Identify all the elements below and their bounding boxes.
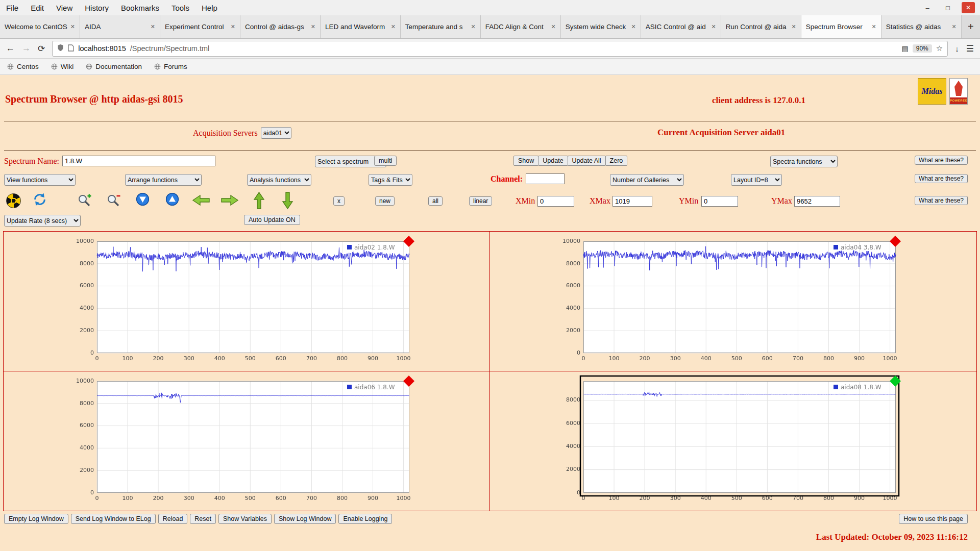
- menu-file[interactable]: File: [6, 4, 18, 12]
- spectrum-chart-aida02[interactable]: [57, 233, 414, 368]
- spectra-functions-dropdown[interactable]: Spectra functions: [770, 156, 838, 167]
- update-all-button[interactable]: Update All: [568, 156, 606, 166]
- linear-button[interactable]: linear: [469, 196, 492, 206]
- tab-close-icon[interactable]: ✕: [551, 23, 556, 30]
- menu-edit[interactable]: Edit: [31, 4, 44, 12]
- tab-close-icon[interactable]: ✕: [391, 23, 396, 30]
- tab-welcome-centos[interactable]: Welcome to CentOS✕: [0, 15, 80, 38]
- show-button[interactable]: Show: [513, 156, 538, 166]
- enable-logging-button[interactable]: Enable Logging: [338, 514, 392, 524]
- radiation-icon[interactable]: [6, 193, 21, 208]
- page-info-icon[interactable]: [68, 44, 74, 53]
- zero-button[interactable]: Zero: [605, 156, 628, 166]
- layout-id-dropdown[interactable]: Layout ID=8: [731, 174, 782, 186]
- move-down-icon[interactable]: [282, 191, 293, 212]
- tab-statistics[interactable]: Statistics @ aidas✕: [881, 15, 962, 38]
- what-are-these-button-3[interactable]: What are these?: [915, 196, 968, 205]
- forward-icon[interactable]: →: [22, 43, 31, 54]
- x-button[interactable]: x: [333, 196, 345, 206]
- zoom-in-icon[interactable]: [77, 193, 92, 210]
- ymax-input[interactable]: [794, 196, 840, 207]
- move-up-icon[interactable]: [253, 191, 265, 212]
- new-button[interactable]: new: [375, 196, 395, 206]
- tab-led-waveform[interactable]: LED and Waveform✕: [321, 15, 401, 38]
- what-are-these-button-1[interactable]: What are these?: [915, 156, 968, 165]
- tab-run-control[interactable]: Run Control @ aida✕: [721, 15, 801, 38]
- tab-experiment-control[interactable]: Experiment Control✕: [160, 15, 240, 38]
- tab-close-icon[interactable]: ✕: [151, 23, 155, 30]
- move-left-icon[interactable]: [192, 194, 210, 208]
- page-up-icon[interactable]: [165, 192, 179, 208]
- tab-close-icon[interactable]: ✕: [951, 23, 956, 30]
- bookmark-centos[interactable]: Centos: [7, 63, 39, 70]
- send-log-to-elog-button[interactable]: Send Log Window to ELog: [71, 514, 156, 524]
- menu-history[interactable]: History: [85, 4, 109, 12]
- tags-fits-dropdown[interactable]: Tags & Fits: [369, 174, 412, 186]
- menu-help[interactable]: Help: [202, 4, 217, 12]
- view-functions-dropdown[interactable]: View functions: [4, 174, 76, 186]
- downloads-icon[interactable]: ↓: [955, 44, 959, 53]
- tab-fadc-align[interactable]: FADC Align & Cont✕: [481, 15, 561, 38]
- channel-input[interactable]: [526, 173, 565, 184]
- spectrum-chart-aida04[interactable]: [544, 233, 901, 368]
- zoom-out-icon[interactable]: [106, 193, 121, 210]
- shield-icon[interactable]: [57, 44, 64, 53]
- spectrum-chart-aida06[interactable]: [57, 373, 414, 508]
- tab-close-icon[interactable]: ✕: [70, 23, 75, 30]
- maximize-button[interactable]: □: [941, 2, 954, 13]
- all-button[interactable]: all: [428, 196, 443, 206]
- tab-close-icon[interactable]: ✕: [231, 23, 235, 30]
- tab-close-icon[interactable]: ✕: [712, 23, 716, 30]
- page-down-icon[interactable]: [136, 192, 150, 208]
- reset-button[interactable]: Reset: [190, 514, 216, 524]
- menu-tools[interactable]: Tools: [172, 4, 189, 12]
- tab-close-icon[interactable]: ✕: [791, 23, 796, 30]
- tab-spectrum-browser[interactable]: Spectrum Browser✕: [801, 15, 881, 38]
- midas-logo[interactable]: Midas: [918, 78, 946, 105]
- show-variables-button[interactable]: Show Variables: [218, 514, 272, 524]
- refresh-icon[interactable]: [33, 192, 47, 209]
- tab-asic-control[interactable]: ASIC Control @ aid✕: [641, 15, 721, 38]
- empty-log-window-button[interactable]: Empty Log Window: [4, 514, 68, 524]
- bookmark-forums[interactable]: Forums: [154, 63, 187, 70]
- ymin-input[interactable]: [701, 196, 738, 207]
- tab-close-icon[interactable]: ✕: [871, 23, 876, 30]
- arrange-functions-dropdown[interactable]: Arrange functions: [125, 174, 202, 186]
- update-button[interactable]: Update: [538, 156, 568, 166]
- auto-update-button[interactable]: Auto Update ON: [244, 215, 300, 225]
- acquisition-server-select[interactable]: aida01: [261, 127, 291, 139]
- tab-temperature[interactable]: Temperature and s✕: [401, 15, 481, 38]
- tab-system-checks[interactable]: System wide Check✕: [561, 15, 641, 38]
- spectrum-chart-aida08[interactable]: [544, 373, 901, 508]
- move-right-icon[interactable]: [220, 194, 239, 208]
- minimize-button[interactable]: –: [921, 2, 934, 13]
- multi-button[interactable]: multi: [374, 156, 397, 166]
- tab-close-icon[interactable]: ✕: [471, 23, 476, 30]
- tab-close-icon[interactable]: ✕: [631, 23, 636, 30]
- tab-control-aidas[interactable]: Control @ aidas-gs✕: [240, 15, 321, 38]
- what-are-these-button-2[interactable]: What are these?: [915, 174, 968, 183]
- app-menu-icon[interactable]: ☰: [966, 43, 974, 54]
- reload-icon[interactable]: ⟳: [38, 43, 45, 54]
- bookmark-star-icon[interactable]: ☆: [936, 44, 943, 53]
- analysis-functions-dropdown[interactable]: Analysis functions: [247, 174, 311, 186]
- xmin-input[interactable]: [537, 196, 574, 207]
- back-icon[interactable]: ←: [6, 43, 15, 54]
- menu-bookmarks[interactable]: Bookmarks: [121, 4, 159, 12]
- zoom-level-badge[interactable]: 90%: [913, 44, 932, 53]
- tab-aida[interactable]: AIDA✕: [80, 15, 160, 38]
- url-bar[interactable]: localhost:8015/Spectrum/Spectrum.tml ▤ 9…: [52, 41, 948, 57]
- show-log-window-button[interactable]: Show Log Window: [274, 514, 336, 524]
- bookmark-wiki[interactable]: Wiki: [51, 63, 74, 70]
- update-rate-dropdown[interactable]: Update Rate (8 secs): [4, 215, 81, 227]
- bookmark-documentation[interactable]: Documentation: [86, 63, 142, 70]
- tab-close-icon[interactable]: ✕: [311, 23, 315, 30]
- how-to-use-button[interactable]: How to use this page: [899, 514, 968, 524]
- menu-view[interactable]: View: [56, 4, 72, 12]
- close-button[interactable]: ✕: [962, 2, 975, 13]
- spectrum-name-input[interactable]: [62, 156, 215, 166]
- tcl-powered-logo[interactable]: POWERED: [949, 78, 968, 105]
- xmax-input[interactable]: [612, 196, 652, 207]
- galleries-dropdown[interactable]: Number of Galleries: [610, 174, 684, 186]
- new-tab-button[interactable]: +: [962, 15, 980, 38]
